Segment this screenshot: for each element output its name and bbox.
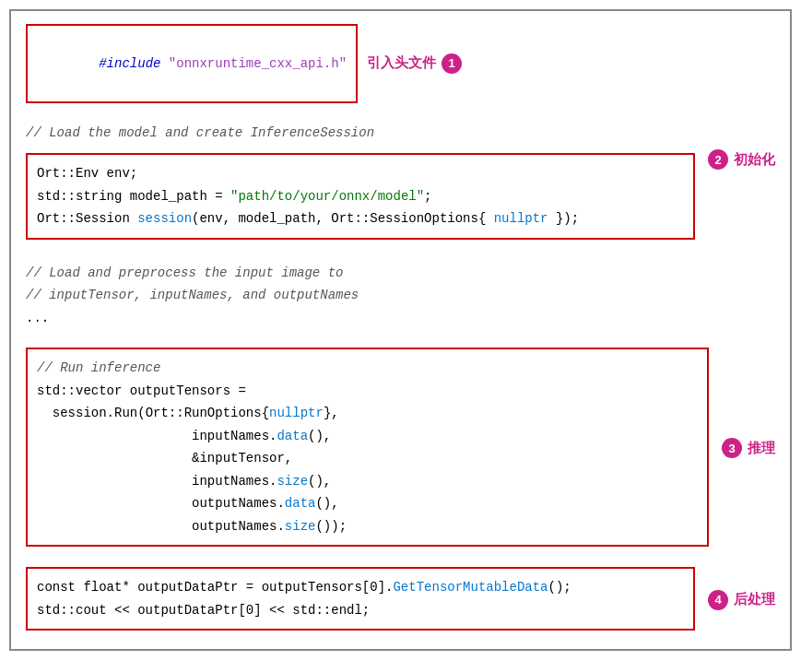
inference-line-6: outputNames.data(), [37, 492, 698, 515]
inference-code-content: // Run inference std::vector outputTenso… [26, 342, 709, 552]
preprocess-comment-1: // Load and preprocess the input image t… [26, 262, 775, 285]
init-box: Ort::Env env; std::string model_path = "… [26, 153, 695, 240]
annotation-2-label: 初始化 [734, 151, 775, 169]
postprocess-line-2: std::cout << outputDataPtr[0] << std::en… [37, 599, 684, 622]
inference-line-5: inputNames.size(), [37, 470, 698, 493]
inference-section: // Run inference std::vector outputTenso… [26, 342, 775, 552]
postprocess-box: const float* outputDataPtr = outputTenso… [26, 567, 695, 631]
inference-line-4: &inputTensor, [37, 447, 698, 470]
annotation-2-badge: 2 [708, 149, 728, 170]
init-line-3: Ort::Session session(env, model_path, Or… [37, 207, 684, 230]
annotation-1-label: 引入头文件 [367, 54, 436, 72]
init-section: Ort::Env env; std::string model_path = "… [26, 147, 775, 245]
annotation-4-badge: 4 [708, 590, 728, 610]
annotation-1: 引入头文件 1 [367, 53, 462, 74]
preprocess-comments: // Load and preprocess the input image t… [26, 262, 775, 330]
annotation-3-badge: 3 [722, 438, 742, 458]
annotation-4-label: 后处理 [734, 591, 775, 608]
annotation-3-label: 推理 [748, 440, 775, 457]
postprocess-code-content: const float* outputDataPtr = outputTenso… [26, 561, 695, 636]
init-line-2: std::string model_path = "path/to/your/o… [37, 185, 684, 208]
annotation-3: 3 推理 [709, 436, 775, 458]
inference-box: // Run inference std::vector outputTenso… [26, 348, 709, 547]
inference-line-2: session.Run(Ort::RunOptions{nullptr}, [37, 402, 698, 425]
inference-line-3: inputNames.data(), [37, 425, 698, 448]
include-keyword: #include [99, 56, 169, 71]
preprocess-comment-2: // inputTensor, inputNames, and outputNa… [26, 284, 775, 307]
inference-line-7: outputNames.size()); [37, 515, 698, 538]
init-line-1: Ort::Env env; [37, 162, 684, 185]
include-code: #include "onnxruntime_cxx_api.h" [37, 56, 347, 94]
init-code-content: Ort::Env env; std::string model_path = "… [26, 147, 695, 245]
include-box: #include "onnxruntime_cxx_api.h" [26, 24, 358, 103]
annotation-1-badge: 1 [442, 53, 462, 74]
init-comment-text: // Load the model and create InferenceSe… [26, 125, 374, 140]
code-container: #include "onnxruntime_cxx_api.h" 引入头文件 1… [9, 9, 792, 651]
postprocess-line-1: const float* outputDataPtr = outputTenso… [37, 576, 684, 599]
init-comment: // Load the model and create InferenceSe… [26, 122, 775, 145]
include-filename: "onnxruntime_cxx_api.h" [169, 56, 347, 71]
include-section: #include "onnxruntime_cxx_api.h" 引入头文件 1 [26, 24, 775, 103]
annotation-2: 2 初始化 [695, 147, 775, 170]
inference-comment: // Run inference [37, 357, 698, 380]
annotation-4: 4 后处理 [695, 588, 775, 610]
inference-line-1: std::vector outputTensors = [37, 380, 698, 403]
postprocess-section: const float* outputDataPtr = outputTenso… [26, 561, 775, 636]
preprocess-ellipsis: ... [26, 307, 775, 330]
